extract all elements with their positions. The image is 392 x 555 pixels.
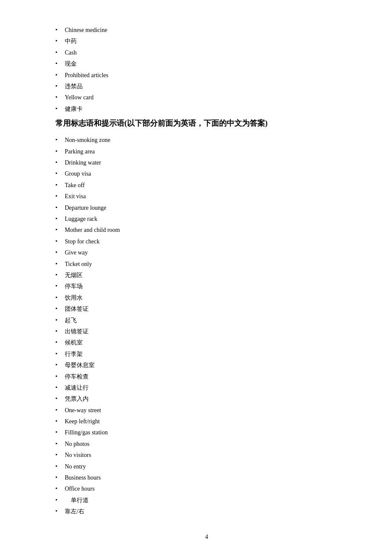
- list-item: Chinese medicine: [55, 26, 358, 35]
- list-item: 停车场: [55, 282, 358, 291]
- list-item: Luggage rack: [55, 214, 358, 224]
- list-item: No photos: [55, 439, 358, 449]
- list-item: Non-smoking zone: [55, 136, 358, 145]
- list-item: Office hours: [55, 484, 358, 494]
- list-item: Yellow card: [55, 93, 358, 102]
- list-item: Keep left/right: [55, 417, 358, 426]
- list-item: One-way street: [55, 406, 358, 415]
- list-item: Business hours: [55, 473, 358, 483]
- list-item: 无烟区: [55, 271, 358, 280]
- list-item: Drinking water: [55, 158, 358, 168]
- list-item: Take off: [55, 181, 358, 190]
- list-item: 停车检查: [55, 372, 358, 382]
- list-item: Ticket only: [55, 260, 358, 269]
- list-item: No visitors: [55, 451, 358, 460]
- list-item: 中药: [55, 37, 358, 46]
- main-list: Non-smoking zoneParking areaDrinking wat…: [55, 136, 358, 516]
- list-item: 饮用水: [55, 293, 358, 303]
- list-item: Exit visa: [55, 192, 358, 201]
- list-item: Group visa: [55, 169, 358, 179]
- list-item: No entry: [55, 462, 358, 471]
- list-item: 靠左/右: [55, 507, 358, 516]
- list-item: Stop for check: [55, 237, 358, 246]
- list-item: 出镜签证: [55, 327, 358, 336]
- list-item: 候机室: [55, 338, 358, 347]
- list-item: Give way: [55, 248, 358, 257]
- list-item: Filling/gas station: [55, 428, 358, 437]
- list-item: Departure lounge: [55, 203, 358, 213]
- list-item: 起飞: [55, 316, 358, 325]
- list-item: 违禁品: [55, 82, 358, 91]
- list-item: Cash: [55, 48, 358, 58]
- list-item: Mother and child room: [55, 225, 358, 235]
- list-item: 现金: [55, 59, 358, 69]
- list-item: 单行道: [55, 496, 358, 505]
- list-item: 减速让行: [55, 383, 358, 393]
- list-item: 母婴休息室: [55, 361, 358, 370]
- list-item: 团体签证: [55, 304, 358, 314]
- list-item: 健康卡: [55, 104, 358, 114]
- section-heading: 常用标志语和提示语(以下部分前面为英语，下面的中文为答案): [55, 118, 358, 129]
- list-item: 凭票入内: [55, 394, 358, 404]
- list-item: Prohibited articles: [55, 71, 358, 80]
- page-number: 4: [55, 534, 358, 541]
- list-item: Parking area: [55, 147, 358, 156]
- initial-list: Chinese medicine中药Cash现金Prohibited artic…: [55, 26, 358, 114]
- list-item: 行李架: [55, 350, 358, 359]
